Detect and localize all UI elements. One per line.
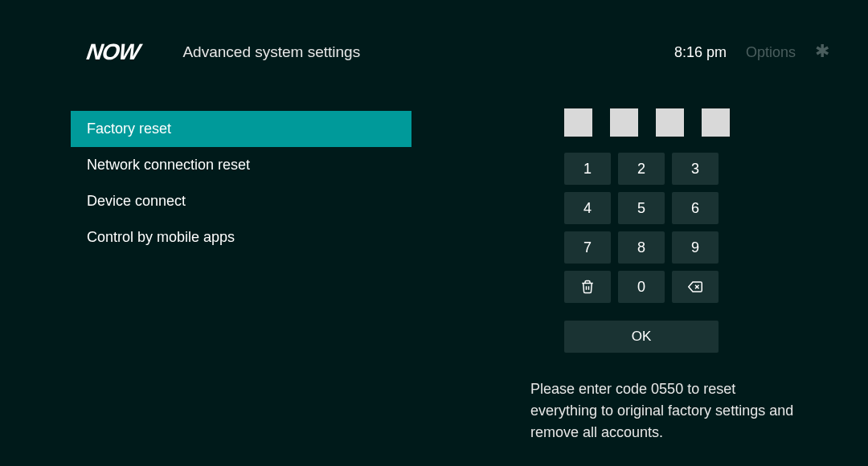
page-title: Advanced system settings <box>182 43 360 61</box>
asterisk-icon: ✱ <box>815 41 829 62</box>
menu-item-network-reset[interactable]: Network connection reset <box>71 147 434 183</box>
keypad-1[interactable]: 1 <box>564 153 611 185</box>
header-right: 8:16 pm Options ✱ <box>674 43 829 62</box>
backspace-icon <box>688 280 702 294</box>
pin-digit-2 <box>610 108 638 137</box>
pin-digit-3 <box>656 108 684 137</box>
content: Factory reset Network connection reset D… <box>0 72 868 255</box>
instruction-text: Please enter code 0550 to reset everythi… <box>530 378 804 444</box>
pin-display <box>564 108 730 137</box>
ok-button[interactable]: OK <box>564 321 719 353</box>
menu-item-device-connect[interactable]: Device connect <box>71 183 434 219</box>
keypad-5[interactable]: 5 <box>618 192 665 224</box>
menu-item-label: Control by mobile apps <box>87 229 235 246</box>
pin-digit-1 <box>564 108 592 137</box>
numeric-keypad: 1 2 3 4 5 6 7 8 9 0 <box>564 153 730 303</box>
logo: NOW <box>85 39 141 65</box>
options-button[interactable]: Options <box>746 44 796 61</box>
keypad-3[interactable]: 3 <box>672 153 719 185</box>
keypad-clear[interactable] <box>564 271 611 303</box>
keypad-4[interactable]: 4 <box>564 192 611 224</box>
keypad-8[interactable]: 8 <box>618 231 665 264</box>
menu-item-label: Device connect <box>87 193 186 210</box>
keypad-0[interactable]: 0 <box>618 271 665 303</box>
keypad-9[interactable]: 9 <box>672 231 719 264</box>
clock: 8:16 pm <box>674 44 727 61</box>
keypad-backspace[interactable] <box>672 271 719 303</box>
keypad-7[interactable]: 7 <box>564 231 611 264</box>
menu-item-label: Network connection reset <box>87 157 250 174</box>
trash-icon <box>580 280 595 294</box>
menu-item-factory-reset[interactable]: Factory reset <box>71 111 411 147</box>
menu-item-label: Factory reset <box>87 121 171 137</box>
header: NOW Advanced system settings 8:16 pm Opt… <box>0 0 868 72</box>
keypad-6[interactable]: 6 <box>672 192 719 224</box>
pin-digit-4 <box>702 108 730 137</box>
keypad-2[interactable]: 2 <box>618 153 665 185</box>
settings-menu: Factory reset Network connection reset D… <box>0 111 434 255</box>
menu-item-control-mobile[interactable]: Control by mobile apps <box>71 219 434 255</box>
pin-entry-panel: 1 2 3 4 5 6 7 8 9 0 OK <box>564 108 730 353</box>
